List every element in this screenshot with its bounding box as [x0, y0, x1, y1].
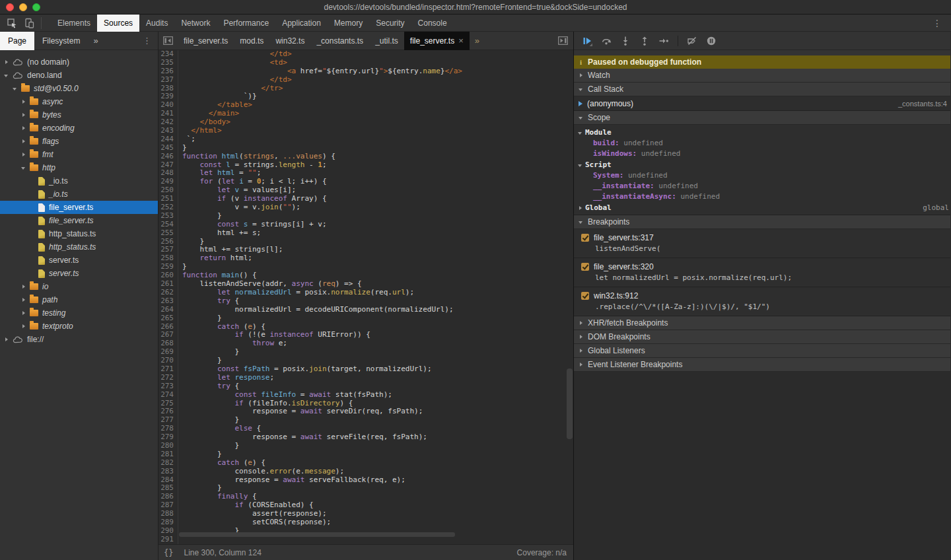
tree-item[interactable]: textproto: [0, 320, 158, 333]
code-line[interactable]: response = await serveFile(req, fsPath);: [182, 433, 573, 442]
step-icon[interactable]: [658, 36, 669, 46]
line-number[interactable]: 290: [158, 527, 174, 536]
scope-variable[interactable]: isWindows: undefined: [574, 149, 950, 159]
line-number[interactable]: 252: [158, 203, 174, 212]
scope-section-global[interactable]: Globalglobal: [574, 202, 950, 213]
tree-item[interactable]: fmt: [0, 148, 158, 161]
line-number[interactable]: 291: [158, 536, 174, 544]
scope-section-script[interactable]: Script: [574, 159, 950, 170]
line-number[interactable]: 262: [158, 289, 174, 297]
editor-more-tabs-icon[interactable]: »: [470, 36, 485, 46]
line-number[interactable]: 289: [158, 518, 174, 527]
line-number[interactable]: 271: [158, 365, 174, 374]
navigator-more-tabs-icon[interactable]: »: [88, 36, 103, 46]
tab-network[interactable]: Network: [174, 15, 217, 32]
tree-item[interactable]: encoding: [0, 122, 158, 135]
tab-application[interactable]: Application: [275, 15, 328, 32]
breakpoint-checkbox[interactable]: [581, 263, 589, 271]
line-number[interactable]: 253: [158, 212, 174, 221]
tree-item[interactable]: server.ts: [0, 267, 158, 280]
line-number[interactable]: 235: [158, 59, 174, 67]
horizontal-scrollbar[interactable]: [179, 532, 455, 537]
scope-variable[interactable]: __instantiateAsync: undefined: [574, 192, 950, 202]
breakpoint-entry[interactable]: file_server.ts:320let normalizedUrl = po…: [574, 258, 950, 287]
breakpoint-entry[interactable]: win32.ts:912.replace(/^\/*([A-Za-z]:)(\/…: [574, 287, 950, 316]
tree-item[interactable]: deno.land: [0, 69, 158, 82]
section-breakpoints[interactable]: Breakpoints: [574, 215, 950, 229]
chevron-right-icon[interactable]: [21, 297, 27, 303]
code-line[interactable]: </main>: [182, 110, 573, 118]
section-dom-breakpoints[interactable]: DOM Breakpoints: [574, 330, 950, 344]
line-number[interactable]: 274: [158, 391, 174, 400]
section-global-listeners[interactable]: Global Listeners: [574, 344, 950, 358]
chevron-right-icon[interactable]: [21, 324, 27, 330]
chevron-down-icon[interactable]: [21, 165, 27, 171]
code-line[interactable]: throw e;: [182, 339, 573, 348]
navigator-tab-filesystem[interactable]: Filesystem: [34, 32, 88, 50]
tab-audits[interactable]: Audits: [139, 15, 174, 32]
code-line[interactable]: </body>: [182, 118, 573, 127]
editor-tab[interactable]: win32.ts: [269, 32, 310, 50]
line-number[interactable]: 236: [158, 67, 174, 76]
code-lines[interactable]: </td> <td> <a href="${entry.url}">${entr…: [178, 50, 573, 544]
line-number[interactable]: 255: [158, 229, 174, 238]
breakpoint-entry[interactable]: file_server.ts:317listenAndServe(: [574, 229, 950, 258]
code-line[interactable]: return html;: [182, 254, 573, 263]
line-number[interactable]: 273: [158, 382, 174, 391]
vertical-scrollbar[interactable]: [567, 368, 573, 439]
tree-item[interactable]: bytes: [0, 108, 158, 122]
step-over-icon[interactable]: [601, 36, 612, 46]
scope-variable[interactable]: build: undefined: [574, 138, 950, 149]
line-number[interactable]: 234: [158, 50, 174, 59]
tree-item[interactable]: std@v0.50.0: [0, 82, 158, 95]
scope-variable[interactable]: System: undefined: [574, 170, 950, 181]
tab-elements[interactable]: Elements: [51, 15, 97, 32]
tree-item[interactable]: server.ts: [0, 254, 158, 267]
code-line[interactable]: </table>: [182, 101, 573, 110]
code-line[interactable]: let response;: [182, 374, 573, 382]
device-toolbar-icon[interactable]: [24, 18, 34, 28]
line-number[interactable]: 245: [158, 144, 174, 153]
chevron-right-icon[interactable]: [21, 284, 27, 290]
tab-sources[interactable]: Sources: [97, 15, 139, 32]
chevron-right-icon[interactable]: [21, 139, 27, 145]
breakpoint-checkbox[interactable]: [581, 292, 589, 300]
scope-variable[interactable]: __instantiate: undefined: [574, 181, 950, 192]
chevron-right-icon[interactable]: [4, 59, 10, 65]
section-scope[interactable]: Scope: [574, 111, 950, 125]
editor-tab[interactable]: file_server.ts×: [404, 32, 470, 50]
breakpoint-checkbox[interactable]: [581, 234, 589, 242]
code-line[interactable]: let normalizedUrl = posix.normalize(req.…: [182, 289, 573, 297]
code-line[interactable]: `;: [182, 135, 573, 144]
line-number[interactable]: 263: [158, 297, 174, 306]
line-number[interactable]: 280: [158, 442, 174, 450]
source-editor[interactable]: 2342352362372382392402412422432442452462…: [158, 50, 573, 544]
chevron-right-icon[interactable]: [21, 152, 27, 158]
resume-script-icon[interactable]: [582, 36, 592, 46]
code-line[interactable]: response = await serveFallback(req, e);: [182, 476, 573, 485]
tree-item[interactable]: testing: [0, 306, 158, 320]
tree-item[interactable]: (no domain): [0, 55, 158, 69]
tree-item[interactable]: http: [0, 161, 158, 174]
close-tab-icon[interactable]: ×: [458, 36, 464, 46]
pause-on-exceptions-icon[interactable]: [706, 36, 717, 46]
tab-performance[interactable]: Performance: [217, 15, 275, 32]
tab-security[interactable]: Security: [369, 15, 411, 32]
inspect-element-icon[interactable]: [7, 18, 17, 28]
chevron-right-icon[interactable]: [21, 125, 27, 131]
section-event-listener-breakpoints[interactable]: Event Listener Breakpoints: [574, 358, 950, 372]
tab-memory[interactable]: Memory: [328, 15, 369, 32]
tree-item[interactable]: file://: [0, 333, 158, 346]
scope-section-module[interactable]: Module: [574, 127, 950, 138]
line-number[interactable]: 281: [158, 450, 174, 459]
hide-debugger-icon[interactable]: [558, 36, 568, 45]
code-line[interactable]: }: [182, 442, 573, 450]
chevron-right-icon[interactable]: [21, 310, 27, 316]
hide-navigator-icon[interactable]: [163, 36, 173, 45]
line-number[interactable]: 246: [158, 153, 174, 161]
zoom-window-button[interactable]: [32, 3, 40, 11]
code-line[interactable]: }: [182, 348, 573, 357]
editor-tab[interactable]: mod.ts: [234, 32, 269, 50]
tree-item[interactable]: file_server.ts: [0, 214, 158, 227]
pretty-print-button[interactable]: {}: [164, 548, 173, 557]
